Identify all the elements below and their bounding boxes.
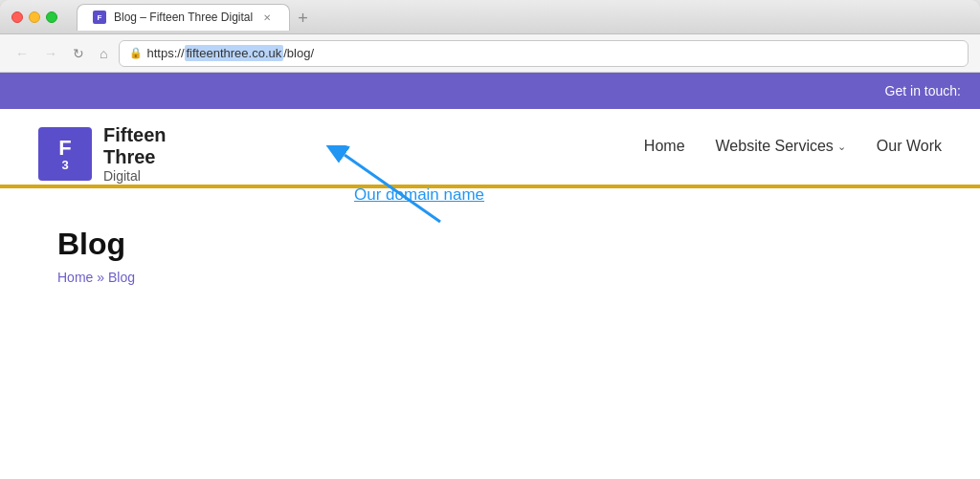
- nav-home[interactable]: Home: [644, 138, 685, 155]
- forward-button[interactable]: →: [40, 44, 61, 63]
- site-nav: Home Website Services ⌄ Our Work: [644, 138, 942, 170]
- logo-name-line2: Three: [103, 146, 167, 168]
- url-path: /blog/: [283, 46, 314, 60]
- tab-close-button[interactable]: ✕: [260, 11, 274, 24]
- url-bar[interactable]: 🔒 https://fifteenthree.co.uk/blog/: [119, 40, 969, 67]
- browser-content: Get in touch: F 3 Fifteen Three Digital …: [0, 73, 980, 479]
- breadcrumb-separator: »: [93, 270, 108, 285]
- logo-area: F 3 Fifteen Three Digital: [38, 124, 167, 185]
- url-protocol: https://: [146, 46, 184, 60]
- title-bar: F Blog – Fifteen Three Digital ✕ +: [0, 0, 980, 34]
- site-topbar: Get in touch:: [0, 73, 980, 109]
- nav-services-label: Website Services: [716, 138, 834, 155]
- logo-number: 3: [61, 159, 68, 171]
- maximize-button[interactable]: [46, 11, 57, 23]
- close-button[interactable]: [11, 11, 23, 23]
- nav-services-chevron: ⌄: [837, 141, 846, 153]
- logo-name-line3: Digital: [103, 168, 167, 185]
- logo-letter: F: [58, 138, 71, 159]
- browser-window: F Blog – Fifteen Three Digital ✕ + ← → ↻…: [0, 0, 980, 479]
- lock-icon: 🔒: [129, 47, 143, 59]
- back-button[interactable]: ←: [11, 44, 33, 63]
- logo-icon: F 3: [38, 127, 92, 181]
- breadcrumb-current: Blog: [108, 270, 135, 285]
- site-header: F 3 Fifteen Three Digital Home Website S…: [0, 109, 980, 185]
- logo-name-line1: Fifteen: [103, 124, 167, 146]
- home-button[interactable]: ⌂: [96, 44, 111, 63]
- breadcrumb: Home » Blog: [57, 270, 923, 285]
- nav-bar: ← → ↻ ⌂ 🔒 https://fifteenthree.co.uk/blo…: [0, 34, 980, 73]
- nav-work[interactable]: Our Work: [877, 138, 942, 155]
- reload-button[interactable]: ↻: [69, 44, 88, 63]
- tab-title: Blog – Fifteen Three Digital: [114, 11, 253, 24]
- url-text: https://fifteenthree.co.uk/blog/: [146, 45, 314, 61]
- logo-text: Fifteen Three Digital: [103, 124, 167, 185]
- traffic-lights: [11, 11, 57, 23]
- page-content: Blog Home » Blog: [0, 188, 980, 304]
- tab-bar: F Blog – Fifteen Three Digital ✕ +: [77, 4, 969, 31]
- new-tab-button[interactable]: +: [290, 9, 316, 29]
- tab-favicon: F: [93, 11, 106, 24]
- nav-services[interactable]: Website Services ⌄: [716, 138, 846, 155]
- url-domain: fifteenthree.co.uk: [185, 45, 284, 61]
- minimize-button[interactable]: [29, 11, 40, 23]
- active-tab[interactable]: F Blog – Fifteen Three Digital ✕: [77, 4, 290, 31]
- breadcrumb-home[interactable]: Home: [57, 270, 93, 285]
- page-title: Blog: [57, 227, 923, 262]
- topbar-text: Get in touch:: [885, 83, 961, 98]
